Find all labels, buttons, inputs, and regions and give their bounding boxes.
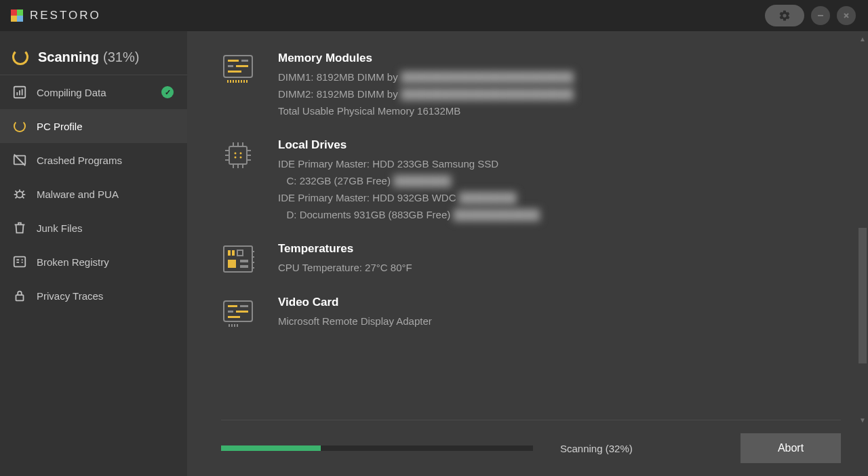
sidebar-item-label: Compiling Data	[37, 87, 160, 98]
minimize-button[interactable]	[811, 6, 830, 25]
svg-rect-29	[228, 305, 237, 307]
svg-rect-23	[232, 250, 235, 256]
app-logo-icon	[11, 9, 23, 22]
svg-rect-0	[818, 15, 823, 16]
sidebar-item-malware[interactable]: Malware and PUA	[0, 177, 187, 211]
sidebar-item-junk[interactable]: Junk Files	[0, 211, 187, 245]
sidebar-item-label: Malware and PUA	[37, 189, 175, 200]
sidebar-item-label: Broken Registry	[37, 256, 175, 268]
section-memory-body: Memory Modules DIMM1: 8192MB DIMM by ███…	[278, 52, 574, 119]
section-title: Temperatures	[278, 242, 412, 256]
motherboard-icon	[221, 242, 255, 276]
sidebar-item-label: Privacy Traces	[37, 290, 175, 302]
info-line: DIMM1: 8192MB DIMM by ██████████████████…	[278, 69, 574, 86]
section-drives: Local Drives IDE Primary Master: HDD 233…	[221, 138, 841, 223]
app-name: RESTORO	[30, 9, 101, 22]
scan-status-label: Scanning (32%)	[560, 443, 741, 454]
section-video: Video Card Microsoft Remote Display Adap…	[221, 296, 841, 330]
svg-rect-14	[236, 65, 248, 67]
section-title: Local Drives	[278, 138, 540, 152]
section-temps-body: Temperatures CPU Temperature: 27°C 80°F	[278, 242, 412, 277]
svg-point-20	[240, 157, 242, 159]
bug-icon	[12, 186, 27, 201]
spinner-icon	[12, 49, 28, 65]
svg-rect-16	[229, 146, 247, 164]
scroll-down-icon[interactable]: ▼	[857, 414, 868, 426]
registry-icon	[12, 254, 27, 269]
close-button[interactable]	[837, 6, 856, 25]
close-icon	[842, 12, 850, 20]
svg-rect-2	[16, 92, 18, 96]
info-line: IDE Primary Master: HDD 233GB Samsung SS…	[278, 156, 540, 173]
svg-rect-4	[22, 89, 23, 95]
svg-rect-31	[228, 311, 233, 313]
trash-icon	[12, 220, 27, 235]
sidebar-item-compiling[interactable]: Compiling Data	[0, 75, 187, 109]
no-window-icon	[12, 153, 27, 167]
sidebar-item-label: Junk Files	[37, 222, 175, 234]
svg-rect-3	[19, 90, 20, 95]
memory-icon	[221, 52, 255, 85]
footer-bar: Scanning (32%) Abort	[187, 420, 868, 476]
info-line: Total Usable Physical Memory 16132MB	[278, 103, 574, 120]
scan-header: Scanning (31%)	[0, 43, 187, 75]
svg-point-17	[235, 153, 237, 155]
info-line: CPU Temperature: 27°C 80°F	[278, 260, 412, 277]
gpu-icon	[221, 296, 255, 330]
scroll-up-icon[interactable]: ▲	[857, 33, 868, 45]
sidebar: Scanning (31%) Compiling Data PC Profile…	[0, 31, 187, 476]
svg-rect-33	[228, 316, 240, 318]
sidebar-item-privacy[interactable]: Privacy Traces	[0, 279, 187, 313]
info-line: IDE Primary Master: HDD 932GB WDC ██████…	[278, 190, 540, 207]
section-title: Video Card	[278, 296, 432, 309]
section-drives-body: Local Drives IDE Primary Master: HDD 233…	[278, 138, 540, 223]
svg-rect-11	[228, 60, 239, 62]
info-line: DIMM2: 8192MB DIMM by ██████████████████…	[278, 86, 574, 103]
svg-rect-12	[241, 60, 248, 62]
svg-rect-9	[16, 295, 24, 300]
svg-rect-32	[236, 311, 248, 313]
info-line: Microsoft Remote Display Adapter	[278, 313, 432, 330]
svg-rect-8	[14, 257, 26, 267]
info-line: C: 232GB (27GB Free) ████████	[278, 173, 540, 190]
svg-rect-30	[240, 305, 248, 307]
sidebar-item-registry[interactable]: Broken Registry	[0, 245, 187, 279]
svg-rect-24	[237, 250, 243, 256]
svg-rect-26	[240, 260, 248, 262]
sidebar-item-profile[interactable]: PC Profile	[0, 109, 187, 143]
progress-bar	[221, 445, 533, 451]
sidebar-item-label: Crashed Programs	[37, 155, 175, 166]
title-bar: RESTORO	[0, 0, 868, 31]
settings-button[interactable]	[765, 5, 804, 26]
svg-rect-25	[228, 260, 236, 268]
scan-header-label: Scanning	[38, 49, 99, 65]
svg-rect-13	[228, 65, 233, 67]
svg-point-19	[235, 157, 237, 159]
sidebar-item-label: PC Profile	[37, 121, 175, 132]
section-video-body: Video Card Microsoft Remote Display Adap…	[278, 296, 432, 330]
lock-icon	[12, 288, 27, 303]
spinner-icon	[12, 119, 27, 134]
svg-point-18	[240, 153, 242, 155]
scan-header-pct: (31%)	[103, 49, 139, 65]
section-temperatures: Temperatures CPU Temperature: 27°C 80°F	[221, 242, 841, 277]
section-memory: Memory Modules DIMM1: 8192MB DIMM by ███…	[221, 52, 841, 119]
scroll-thumb[interactable]	[859, 228, 867, 363]
scrollbar[interactable]: ▲ ▼	[857, 33, 868, 426]
sidebar-item-crashed[interactable]: Crashed Programs	[0, 143, 187, 177]
main-panel: Memory Modules DIMM1: 8192MB DIMM by ███…	[187, 31, 868, 476]
minimize-icon	[816, 12, 825, 20]
section-title: Memory Modules	[278, 52, 574, 65]
abort-button[interactable]: Abort	[741, 433, 841, 463]
svg-rect-22	[228, 250, 231, 256]
gear-icon	[778, 9, 791, 22]
svg-rect-27	[240, 265, 248, 268]
chart-icon	[12, 85, 27, 100]
info-line: D: Documents 931GB (883GB Free) ████████…	[278, 207, 540, 224]
cpu-icon	[221, 138, 255, 172]
status-done-icon	[160, 85, 175, 100]
svg-rect-15	[228, 71, 241, 73]
